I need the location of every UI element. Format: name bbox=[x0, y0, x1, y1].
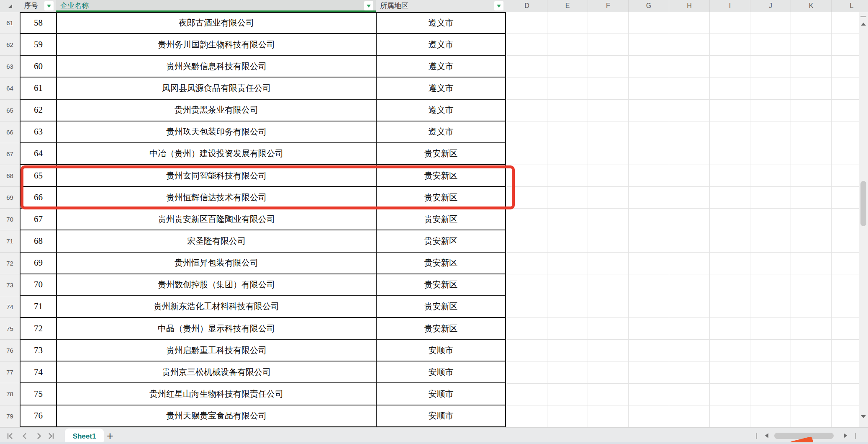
cell-region[interactable]: 贵安新区 bbox=[377, 230, 505, 252]
cell-serial[interactable]: 66 bbox=[21, 187, 56, 209]
row-header[interactable]: 61 bbox=[0, 12, 20, 34]
column-letter-header[interactable]: I bbox=[710, 0, 750, 12]
first-sheet-button[interactable] bbox=[7, 433, 14, 439]
cell-region[interactable]: 遵义市 bbox=[377, 34, 505, 56]
add-sheet-button[interactable]: + bbox=[104, 428, 116, 444]
cell-region[interactable]: 安顺市 bbox=[377, 361, 505, 383]
cell-serial[interactable]: 69 bbox=[21, 253, 56, 274]
column-letter-header[interactable]: E bbox=[547, 0, 588, 12]
cell-serial[interactable]: 64 bbox=[21, 143, 56, 165]
cell-company-name[interactable]: 贵州贵安新区百隆陶业有限公司 bbox=[57, 209, 376, 230]
column-letter-header[interactable]: L bbox=[832, 0, 868, 12]
cell-company-name[interactable]: 贵州新东浩化工材料科技有限公司 bbox=[57, 296, 376, 318]
column-header-region[interactable]: 所属地区 bbox=[376, 0, 506, 12]
cell-serial[interactable]: 73 bbox=[21, 340, 56, 361]
cell-serial[interactable]: 58 bbox=[21, 12, 56, 34]
row-header[interactable]: 70 bbox=[0, 209, 20, 230]
cell-region[interactable]: 贵安新区 bbox=[377, 253, 505, 274]
row-header[interactable]: 64 bbox=[0, 77, 20, 99]
column-letter-header[interactable]: J bbox=[750, 0, 791, 12]
cell-company-name[interactable]: 贵州红星山海生物科技有限责任公司 bbox=[57, 383, 376, 405]
cell-serial[interactable]: 74 bbox=[21, 361, 56, 383]
select-all-corner[interactable] bbox=[0, 0, 20, 12]
scroll-up-arrow-icon[interactable] bbox=[861, 23, 866, 26]
prev-sheet-button[interactable] bbox=[21, 433, 28, 439]
column-letter-header[interactable]: K bbox=[791, 0, 832, 12]
cell-company-name[interactable]: 贵州务川国韵生物科技有限公司 bbox=[57, 34, 376, 56]
cell-company-name[interactable]: 贵州天赐贵宝食品有限公司 bbox=[57, 405, 376, 427]
row-header[interactable]: 77 bbox=[0, 361, 20, 383]
row-header[interactable]: 78 bbox=[0, 383, 20, 405]
scroll-right-arrow-icon[interactable] bbox=[844, 433, 847, 438]
cell-company-name[interactable]: 贵州玖天包装印务有限公司 bbox=[57, 121, 376, 143]
cell-region[interactable]: 安顺市 bbox=[377, 405, 505, 427]
cell-region[interactable]: 安顺市 bbox=[377, 340, 505, 361]
row-header[interactable]: 76 bbox=[0, 340, 20, 361]
row-header[interactable]: 66 bbox=[0, 121, 20, 143]
serial-filter-button[interactable] bbox=[44, 1, 54, 10]
cell-serial[interactable]: 61 bbox=[21, 77, 56, 99]
region-filter-button[interactable] bbox=[494, 1, 503, 10]
cell-company-name[interactable]: 贵州启黔重工科技有限公司 bbox=[57, 340, 376, 361]
scroll-split-handle-icon[interactable] bbox=[860, 16, 866, 17]
row-header[interactable]: 68 bbox=[0, 165, 20, 187]
cell-region[interactable]: 贵安新区 bbox=[377, 209, 505, 230]
company-filter-button[interactable] bbox=[364, 1, 373, 10]
cell-region[interactable]: 遵义市 bbox=[377, 56, 505, 77]
cell-serial[interactable]: 72 bbox=[21, 318, 56, 340]
cell-company-name[interactable]: 中晶（贵州）显示科技有限公司 bbox=[57, 318, 376, 340]
cell-company-name[interactable]: 贵州数创控股（集团）有限公司 bbox=[57, 274, 376, 296]
hscroll-split-handle-icon[interactable] bbox=[756, 433, 757, 439]
cell-region[interactable]: 贵安新区 bbox=[377, 187, 505, 209]
cell-region[interactable]: 遵义市 bbox=[377, 121, 505, 143]
row-header[interactable]: 67 bbox=[0, 143, 20, 165]
cell-serial[interactable]: 75 bbox=[21, 383, 56, 405]
column-letter-header[interactable]: F bbox=[588, 0, 629, 12]
row-header[interactable]: 62 bbox=[0, 34, 20, 56]
column-letter-header[interactable]: H bbox=[669, 0, 710, 12]
tab-sheet1[interactable]: Sheet1 bbox=[65, 429, 104, 444]
last-sheet-button[interactable] bbox=[47, 433, 54, 439]
cell-serial[interactable]: 59 bbox=[21, 34, 56, 56]
cell-region[interactable]: 贵安新区 bbox=[377, 274, 505, 296]
cell-company-name[interactable]: 凤冈县凤源食品有限责任公司 bbox=[57, 77, 376, 99]
cell-region[interactable]: 遵义市 bbox=[377, 77, 505, 99]
vertical-scroll-thumb[interactable] bbox=[860, 181, 866, 226]
cell-region[interactable]: 遵义市 bbox=[377, 12, 505, 34]
row-header[interactable]: 63 bbox=[0, 56, 20, 77]
cell-serial[interactable]: 60 bbox=[21, 56, 56, 77]
cell-company-name[interactable]: 贵州恒昇包装有限公司 bbox=[57, 253, 376, 274]
cell-serial[interactable]: 71 bbox=[21, 296, 56, 318]
cell-region[interactable]: 贵安新区 bbox=[377, 296, 505, 318]
cell-serial[interactable]: 70 bbox=[21, 274, 56, 296]
cell-serial[interactable]: 65 bbox=[21, 165, 56, 187]
row-header[interactable]: 79 bbox=[0, 405, 20, 427]
empty-grid-area[interactable] bbox=[507, 12, 859, 427]
hscroll-split-handle-icon[interactable] bbox=[855, 433, 856, 439]
scroll-left-arrow-icon[interactable] bbox=[765, 433, 768, 438]
row-header[interactable]: 71 bbox=[0, 230, 20, 252]
cell-company-name[interactable]: 夜郎古酒业有限公司 bbox=[57, 12, 376, 34]
row-header[interactable]: 73 bbox=[0, 274, 20, 296]
column-letter-header[interactable]: G bbox=[629, 0, 669, 12]
column-letter-header[interactable]: D bbox=[507, 0, 547, 12]
vertical-scrollbar[interactable] bbox=[859, 12, 868, 427]
cell-company-name[interactable]: 贵州兴黔信息科技有限公司 bbox=[57, 56, 376, 77]
scroll-down-arrow-icon[interactable] bbox=[861, 415, 866, 418]
cell-company-name[interactable]: 贵州玄同智能科技有限公司 bbox=[57, 165, 376, 187]
cell-serial[interactable]: 62 bbox=[21, 100, 56, 121]
cell-serial[interactable]: 63 bbox=[21, 121, 56, 143]
row-header[interactable]: 72 bbox=[0, 253, 20, 274]
column-header-serial[interactable]: 序号 bbox=[20, 0, 56, 12]
cell-region[interactable]: 贵安新区 bbox=[377, 143, 505, 165]
cell-region[interactable]: 贵安新区 bbox=[377, 318, 505, 340]
next-sheet-button[interactable] bbox=[35, 433, 43, 439]
row-header[interactable]: 65 bbox=[0, 100, 20, 121]
cell-company-name[interactable]: 贵州贵黑茶业有限公司 bbox=[57, 100, 376, 121]
cell-region[interactable]: 安顺市 bbox=[377, 383, 505, 405]
cell-serial[interactable]: 76 bbox=[21, 405, 56, 427]
cell-company-name[interactable]: 贵州京三松机械设备有限公司 bbox=[57, 361, 376, 383]
cell-region[interactable]: 贵安新区 bbox=[377, 165, 505, 187]
cell-serial[interactable]: 68 bbox=[21, 230, 56, 252]
cell-company-name[interactable]: 贵州恒辉信达技术有限公司 bbox=[57, 187, 376, 209]
